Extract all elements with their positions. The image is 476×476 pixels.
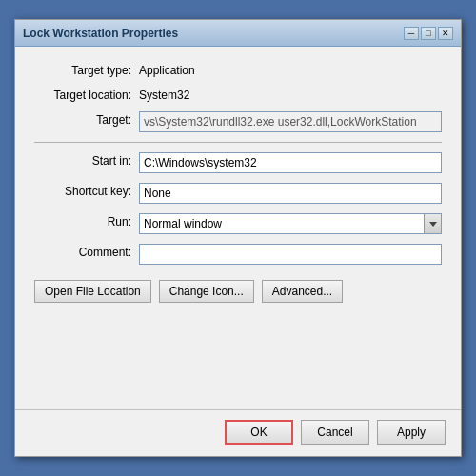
dialog-footer: OK Cancel Apply — [15, 409, 461, 456]
start-in-input[interactable] — [139, 152, 442, 173]
target-location-label: Target location: — [34, 87, 139, 102]
comment-label: Comment: — [34, 244, 139, 259]
minimize-button[interactable]: ─ — [404, 27, 419, 40]
maximize-button[interactable]: □ — [421, 27, 436, 40]
change-icon-button[interactable]: Change Icon... — [159, 280, 254, 303]
comment-row: Comment: — [34, 244, 442, 265]
target-location-value: System32 — [139, 87, 442, 102]
chevron-down-icon — [429, 222, 437, 227]
window-controls: ─ □ ✕ — [404, 27, 453, 40]
start-in-row: Start in: — [34, 152, 442, 173]
dialog-content: Target type: Application Target location… — [15, 47, 461, 409]
close-button[interactable]: ✕ — [438, 27, 453, 40]
ok-button[interactable]: OK — [225, 420, 293, 445]
cancel-button[interactable]: Cancel — [301, 420, 369, 445]
target-location-row: Target location: System32 — [34, 87, 442, 102]
action-buttons: Open File Location Change Icon... Advanc… — [34, 280, 442, 303]
title-bar: Lock Workstation Properties ─ □ ✕ — [15, 20, 461, 47]
dialog-title: Lock Workstation Properties — [23, 27, 178, 40]
open-file-location-button[interactable]: Open File Location — [34, 280, 151, 303]
separator — [34, 142, 442, 143]
run-select[interactable]: Normal window — [139, 213, 442, 234]
target-label: Target: — [34, 111, 139, 127]
target-row: Target: — [34, 111, 442, 132]
apply-button[interactable]: Apply — [377, 420, 446, 445]
target-type-value: Application — [139, 62, 442, 77]
run-select-value: Normal window — [140, 214, 424, 233]
shortcut-key-row: Shortcut key: — [34, 183, 442, 204]
target-type-label: Target type: — [34, 62, 139, 77]
properties-dialog: Lock Workstation Properties ─ □ ✕ Target… — [14, 19, 462, 457]
run-row: Run: Normal window — [34, 213, 442, 234]
run-select-arrow[interactable] — [424, 214, 441, 233]
advanced-button[interactable]: Advanced... — [262, 280, 343, 303]
target-type-row: Target type: Application — [34, 62, 442, 77]
target-input[interactable] — [139, 111, 442, 132]
comment-input[interactable] — [139, 244, 442, 265]
start-in-label: Start in: — [34, 152, 139, 168]
shortcut-key-label: Shortcut key: — [34, 183, 139, 198]
shortcut-key-input[interactable] — [139, 183, 442, 204]
run-label: Run: — [34, 213, 139, 228]
